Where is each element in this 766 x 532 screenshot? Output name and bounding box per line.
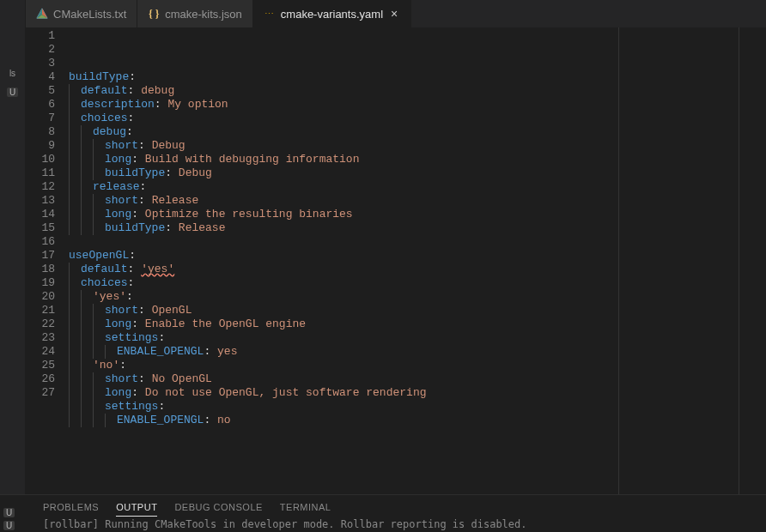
yaml-colon: : — [158, 400, 165, 414]
code-line[interactable]: choices: — [69, 112, 766, 125]
code-line[interactable]: long: Enable the OpenGL engine — [69, 317, 766, 331]
indent-guide — [93, 372, 105, 386]
yaml-colon: : — [204, 414, 217, 427]
code-line[interactable]: buildType: Debug — [69, 166, 766, 180]
yaml-colon: : — [129, 249, 136, 263]
yaml-colon: : — [155, 98, 168, 112]
line-number: 24 — [26, 345, 55, 359]
yaml-key: short — [105, 372, 138, 386]
yaml-value: debug — [141, 84, 174, 98]
yaml-value: No OpenGL — [152, 372, 212, 386]
code-line[interactable]: short: OpenGL — [69, 304, 766, 317]
yaml-value: 'yes' — [141, 263, 174, 276]
yaml-value: Enable the OpenGL engine — [145, 317, 306, 331]
code-line[interactable]: short: Debug — [69, 139, 766, 153]
code-line[interactable]: useOpenGL: — [69, 249, 766, 263]
yaml-key: buildType — [69, 70, 129, 84]
indent-guide — [81, 153, 93, 166]
output-content[interactable]: [rollbar] Running CMakeTools in develope… — [0, 517, 766, 530]
panel-tab-bar: PROBLEMSOUTPUTDEBUG CONSOLETERMINAL — [0, 495, 766, 517]
yaml-value: Debug — [152, 139, 185, 153]
indent-guide — [81, 331, 93, 345]
indent-guide — [81, 372, 93, 386]
line-number: 8 — [26, 125, 55, 139]
code-line[interactable]: buildType: — [69, 70, 766, 84]
indent-guide — [93, 153, 105, 166]
code-line[interactable] — [69, 235, 766, 249]
yaml-key: buildType — [105, 221, 165, 235]
editor-tab-1[interactable]: { }cmake-kits.json — [137, 0, 253, 27]
line-number-gutter: 1234567891011121314151617181920212223242… — [26, 27, 69, 494]
yaml-value: OpenGL — [152, 304, 192, 317]
indent-guide — [81, 139, 93, 153]
yaml-key: long — [105, 208, 131, 221]
code-line[interactable]: ENBALE_OPENGL: yes — [69, 345, 766, 359]
yaml-colon: : — [131, 386, 145, 400]
yaml-key: description — [81, 98, 155, 112]
code-line[interactable]: choices: — [69, 276, 766, 290]
line-number: 13 — [26, 194, 55, 208]
code-line[interactable]: long: Optimize the resulting binaries — [69, 208, 766, 221]
code-area[interactable]: buildType:default: debugdescription: My … — [69, 27, 766, 494]
code-line[interactable]: settings: — [69, 331, 766, 345]
indent-guide — [93, 194, 105, 208]
indent-guide — [69, 263, 81, 276]
yaml-value: Optimize the resulting binaries — [145, 208, 353, 221]
yaml-value: Release — [152, 194, 199, 208]
indent-guide — [69, 166, 81, 180]
close-icon[interactable]: × — [388, 8, 400, 20]
yaml-value: Debug — [179, 166, 212, 180]
panel-tab-debug-console[interactable]: DEBUG CONSOLE — [174, 499, 262, 517]
indent-guide — [81, 317, 93, 331]
editor-body[interactable]: 1234567891011121314151617181920212223242… — [26, 27, 766, 494]
line-number: 9 — [26, 139, 55, 153]
code-line[interactable]: buildType: Release — [69, 221, 766, 235]
panel-tab-terminal[interactable]: TERMINAL — [280, 499, 331, 517]
panel-tab-problems[interactable]: PROBLEMS — [43, 499, 99, 517]
code-line[interactable]: default: 'yes' — [69, 263, 766, 276]
yaml-key: 'yes' — [93, 290, 126, 304]
yaml-value: yes — [217, 345, 237, 359]
code-line[interactable]: 'no': — [69, 359, 766, 372]
code-line[interactable]: settings: — [69, 400, 766, 414]
json-icon: { } — [148, 8, 160, 20]
code-line[interactable]: 'yes': — [69, 290, 766, 304]
yaml-key: 'no' — [93, 359, 119, 372]
yaml-key: choices — [81, 112, 128, 125]
yaml-key: long — [105, 153, 131, 166]
editor-tab-2[interactable]: ⋯cmake-variants.yaml× — [253, 0, 411, 27]
yaml-key: short — [105, 194, 138, 208]
indent-guide — [69, 194, 81, 208]
yaml-colon: : — [129, 70, 136, 84]
line-number: 4 — [26, 70, 55, 84]
yaml-colon: : — [140, 180, 147, 194]
code-line[interactable]: default: debug — [69, 84, 766, 98]
code-line[interactable]: short: No OpenGL — [69, 372, 766, 386]
code-line[interactable]: short: Release — [69, 194, 766, 208]
editor-tab-bar: CMakeLists.txt{ }cmake-kits.json⋯cmake-v… — [26, 0, 766, 27]
indent-guide — [81, 345, 93, 359]
yaml-key: default — [81, 263, 128, 276]
yaml-key: default — [81, 84, 128, 98]
indent-guide — [93, 400, 105, 414]
indent-guide — [69, 331, 81, 345]
code-line[interactable]: description: My option — [69, 98, 766, 112]
editor-tab-0[interactable]: CMakeLists.txt — [26, 0, 137, 27]
code-line[interactable]: ENABLE_OPENGL: no — [69, 414, 766, 427]
line-number: 11 — [26, 166, 55, 180]
yaml-value: no — [217, 414, 231, 427]
code-line[interactable]: long: Do not use OpenGL, just software r… — [69, 386, 766, 400]
indent-guide — [93, 414, 105, 427]
yaml-value: Do not use OpenGL, just software renderi… — [145, 386, 427, 400]
indent-guide — [93, 166, 105, 180]
code-line[interactable]: long: Build with debugging information — [69, 153, 766, 166]
indent-guide — [93, 139, 105, 153]
code-line[interactable]: debug: — [69, 125, 766, 139]
code-line[interactable] — [69, 427, 766, 441]
code-line[interactable]: release: — [69, 180, 766, 194]
yaml-icon: ⋯ — [264, 8, 276, 20]
indent-guide — [69, 317, 81, 331]
panel-tab-output[interactable]: OUTPUT — [116, 499, 157, 517]
badge-stack: UU — [3, 508, 15, 530]
indent-guide — [81, 414, 93, 427]
